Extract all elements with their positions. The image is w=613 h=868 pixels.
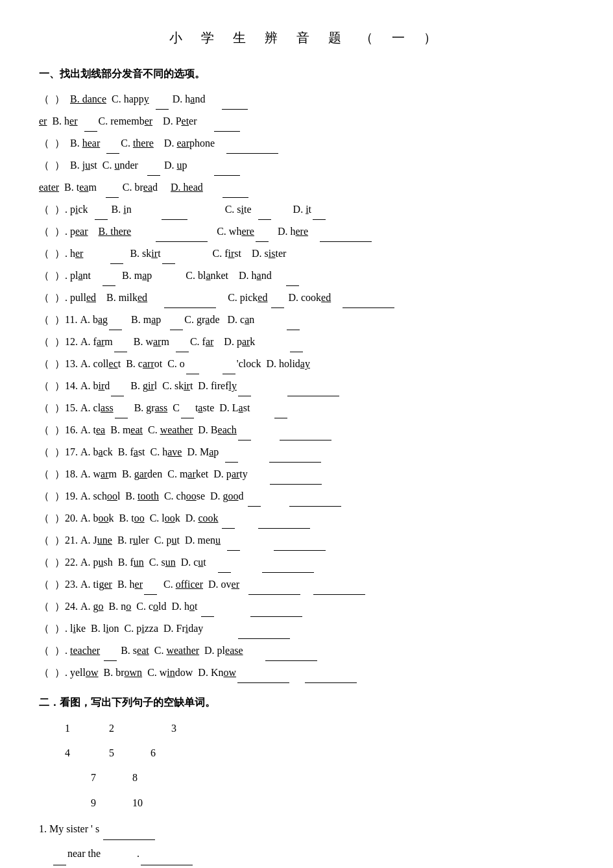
list-item: （ ）11. A. bag B. map C. grade D. can (39, 309, 574, 330)
list-item: （ ）. like B. lion C. pizza D. Friday (39, 618, 574, 639)
image-grid-row4: 9 10 (91, 791, 574, 815)
list-item: （ ）21. A. June B. ruler C. put D. menu (39, 530, 574, 551)
sentence-1: 1. My sister ' s (39, 817, 574, 840)
list-item: （ ）. plant B. map C. blanket D. hand (39, 265, 574, 286)
list-item: （ ）17. A. back B. fast C. have D. Map (39, 442, 574, 463)
list-item: （ ）16. A. tea B. meat C. weather D. Beac… (39, 420, 574, 440)
image-grid-row2: 4 5 6 (65, 741, 574, 766)
list-item: （ ）20. A. book B. too C. look D. cook (39, 508, 574, 529)
list-item: eater B. team C. bread D. head (39, 177, 574, 198)
list-item: （ ）. her B. skirt C. first D. sister (39, 243, 574, 264)
list-item: （ ） B. hear C. there D. earphone (39, 133, 574, 154)
sentence-2: near the . (52, 842, 574, 865)
list-item: （ ）19. A. school B. tooth C. choose D. g… (39, 486, 574, 507)
list-item: （ ）13. A. collect B. carrot C. o 'clock … (39, 354, 574, 374)
list-item: （ ）. pear B. there C. where D. here (39, 221, 574, 242)
list-item: er B. her C. remember D. Peter (39, 111, 574, 132)
image-grid-row1: 1 2 3 (65, 716, 574, 741)
section2-title: 二．看图，写出下列句子的空缺单词。 (39, 693, 574, 712)
list-item: （ ）23. A. tiger B. her C. officer D. ove… (39, 574, 574, 595)
list-item: （ ）. pulled B. milked C. picked D. cooke… (39, 287, 574, 308)
list-item: （ ）18. A. warm B. garden C. market D. pa… (39, 464, 574, 485)
list-item: （ ）14. A. bird B. girl C. skirt D. firef… (39, 376, 574, 396)
image-grid-row3: 7 8 (91, 766, 574, 790)
list-item: （ ）. pick B. in C. site D. it (39, 199, 574, 220)
list-item: （ ）15. A. class B. grass Ctaste D. Last (39, 398, 574, 418)
list-item: （ ） B. just C. under D. up (39, 155, 574, 176)
section1: 一、找出划线部分发音不同的选项。 （ ） B. dance C. happy D… (39, 65, 574, 683)
list-item: （ ） B. dance C. happy D. hand (39, 89, 574, 110)
list-item: （ ）22. A. push B. fun C. sun D. cut (39, 552, 574, 573)
list-item: （ ）. yellow B. brown C. window D. Know (39, 662, 574, 683)
list-item: （ ）12. A. farm B. warm C. far D. park (39, 332, 574, 352)
section2: 二．看图，写出下列句子的空缺单词。 1 2 3 4 5 6 7 8 9 10 1… (39, 693, 574, 868)
section1-title: 一、找出划线部分发音不同的选项。 (39, 65, 574, 84)
list-item: （ ）. teacher B. seat C. weather D. pleas… (39, 640, 574, 661)
page-title: 小 学 生 辨 音 题 （ 一 ） (39, 26, 574, 49)
list-item: （ ）24. A. go B. no C. cold D. hot (39, 596, 574, 617)
